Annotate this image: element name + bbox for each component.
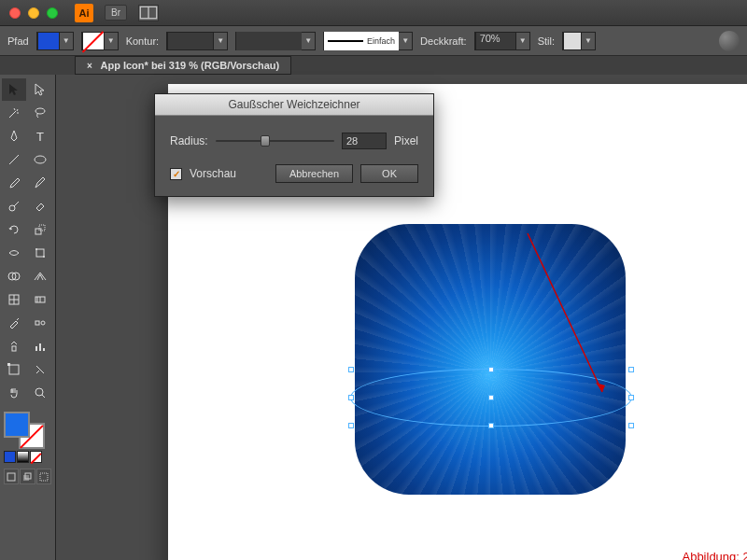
document-tabs: × App Icon* bei 319 % (RGB/Vorschau) xyxy=(0,56,747,75)
selection-handle[interactable] xyxy=(348,367,354,372)
gradient-tool[interactable] xyxy=(28,288,52,311)
arrange-documents-icon[interactable] xyxy=(138,5,159,21)
width-tool[interactable] xyxy=(2,242,26,264)
document-tab-title: App Icon* bei 319 % (RGB/Vorschau) xyxy=(101,60,280,71)
svg-rect-22 xyxy=(12,346,16,351)
svg-rect-25 xyxy=(43,348,45,351)
maximize-window-button[interactable] xyxy=(47,7,58,19)
direct-selection-tool[interactable] xyxy=(28,78,52,101)
minimize-window-button[interactable] xyxy=(28,7,39,19)
stroke-weight-dropdown[interactable]: ▼ xyxy=(166,32,228,50)
shape-builder-tool[interactable] xyxy=(2,265,26,287)
ellipse-tool[interactable] xyxy=(28,148,52,171)
svg-rect-20 xyxy=(35,321,39,325)
slider-thumb[interactable] xyxy=(261,135,270,147)
selection-handle[interactable] xyxy=(488,367,494,372)
pen-tool[interactable] xyxy=(2,125,26,147)
app-icon-artwork xyxy=(355,224,626,495)
svg-rect-26 xyxy=(9,365,19,374)
selected-ellipse-path[interactable] xyxy=(350,369,632,427)
color-mode-icon[interactable] xyxy=(4,451,16,463)
document-tab[interactable]: × App Icon* bei 319 % (RGB/Vorschau) xyxy=(75,56,291,75)
svg-point-10 xyxy=(35,248,37,250)
svg-rect-24 xyxy=(39,343,41,351)
svg-rect-30 xyxy=(7,473,15,481)
fill-swatch[interactable] xyxy=(4,412,30,438)
selection-handle[interactable] xyxy=(628,367,634,372)
eyedropper-tool[interactable] xyxy=(2,312,26,334)
draw-behind-icon[interactable] xyxy=(20,469,35,484)
radius-slider[interactable] xyxy=(216,140,334,142)
illustrator-logo: Ai xyxy=(75,4,93,22)
draw-inside-icon[interactable] xyxy=(36,469,51,484)
gradient-mode-icon[interactable] xyxy=(17,451,29,463)
svg-line-29 xyxy=(42,395,45,398)
eraser-tool[interactable] xyxy=(28,195,52,217)
svg-point-2 xyxy=(35,108,45,114)
blend-tool[interactable] xyxy=(28,312,52,334)
selection-handle[interactable] xyxy=(488,395,494,400)
svg-line-4 xyxy=(9,155,19,164)
brush-definition-dropdown[interactable]: Einfach▼ xyxy=(323,32,413,50)
figure-caption: Abbildung: 29 xyxy=(682,550,747,560)
style-dropdown[interactable]: ▼ xyxy=(562,32,596,50)
dialog-title: Gaußscher Weichzeichner xyxy=(155,94,433,116)
blob-brush-tool[interactable] xyxy=(2,195,26,217)
bridge-button[interactable]: Br xyxy=(105,5,127,21)
symbol-sprayer-tool[interactable] xyxy=(2,335,26,357)
svg-rect-31 xyxy=(23,475,29,481)
preview-label: Vorschau xyxy=(190,167,236,180)
selection-handle[interactable] xyxy=(628,395,634,400)
svg-rect-7 xyxy=(35,229,41,234)
rotate-tool[interactable] xyxy=(2,218,26,241)
stroke-width-profile[interactable]: ▼ xyxy=(235,32,316,50)
app-menu-bar: Ai Br xyxy=(0,0,747,26)
line-tool[interactable] xyxy=(2,148,26,171)
svg-point-21 xyxy=(41,321,45,325)
cancel-button[interactable]: Abbrechen xyxy=(275,164,353,183)
svg-point-28 xyxy=(35,388,43,396)
radius-input[interactable] xyxy=(342,133,387,149)
selection-handle[interactable] xyxy=(348,423,354,428)
svg-rect-9 xyxy=(36,249,44,257)
draw-normal-icon[interactable] xyxy=(4,469,19,484)
stroke-color-dropdown[interactable]: ▼ xyxy=(81,32,119,50)
perspective-grid-tool[interactable] xyxy=(28,265,52,287)
svg-point-11 xyxy=(43,256,45,258)
close-window-button[interactable] xyxy=(9,7,21,19)
selection-handle[interactable] xyxy=(628,423,634,428)
selection-tool[interactable] xyxy=(2,78,26,101)
magic-wand-tool[interactable] xyxy=(2,102,26,124)
preview-checkbox[interactable]: ✓ xyxy=(170,168,182,180)
hand-tool[interactable] xyxy=(2,382,26,404)
scale-tool[interactable] xyxy=(28,218,52,241)
svg-text:T: T xyxy=(36,130,44,144)
selection-type-label: Pfad xyxy=(7,35,29,47)
none-mode-icon[interactable] xyxy=(30,451,42,463)
close-tab-icon[interactable]: × xyxy=(87,61,92,71)
fill-stroke-indicator[interactable] xyxy=(4,412,45,449)
slice-tool[interactable] xyxy=(28,358,52,381)
type-tool[interactable]: T xyxy=(28,125,52,147)
column-graph-tool[interactable] xyxy=(28,335,52,357)
lasso-tool[interactable] xyxy=(28,102,52,124)
document-setup-icon[interactable] xyxy=(719,31,740,51)
paintbrush-tool[interactable] xyxy=(2,172,26,194)
toolbox: T xyxy=(0,75,56,560)
window-controls xyxy=(9,7,58,19)
selection-handle[interactable] xyxy=(348,395,354,400)
free-transform-tool[interactable] xyxy=(28,242,52,264)
ok-button[interactable]: OK xyxy=(360,164,418,183)
radius-label: Radius: xyxy=(170,134,208,147)
mesh-tool[interactable] xyxy=(2,288,26,311)
zoom-tool[interactable] xyxy=(28,382,52,404)
pencil-tool[interactable] xyxy=(28,172,52,194)
kontur-label: Kontur: xyxy=(126,35,159,47)
selection-handle[interactable] xyxy=(488,423,494,428)
artboard-tool[interactable] xyxy=(2,358,26,381)
gaussian-blur-dialog: Gaußscher Weichzeichner Radius: Pixel ✓ … xyxy=(154,93,434,197)
fill-color-dropdown[interactable]: ▼ xyxy=(36,32,74,50)
deckkraft-label: Deckkraft: xyxy=(420,35,467,47)
svg-point-5 xyxy=(35,156,46,163)
opacity-dropdown[interactable]: 70%▼ xyxy=(474,32,530,50)
